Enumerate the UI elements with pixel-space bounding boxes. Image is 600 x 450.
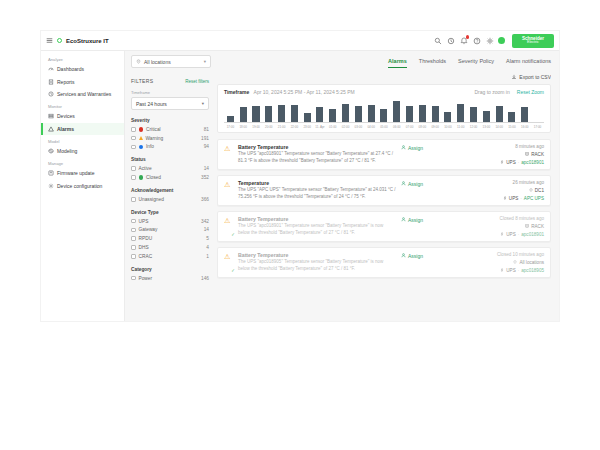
- filter-option-count: 146: [201, 276, 209, 281]
- alarm-card-closed[interactable]: ⚠✓ Battery Temperature The UPS "apc01890…: [217, 211, 551, 242]
- alarm-card-closed[interactable]: ⚠✓ Battery Temperature The UPS "apc01890…: [217, 247, 551, 278]
- alarm-location-label: RACK: [531, 152, 544, 157]
- histogram-bar[interactable]: [496, 106, 503, 122]
- tab-alarm-notifications[interactable]: Alarm notifications: [506, 58, 551, 68]
- alarm-location[interactable]: RACK: [525, 224, 544, 229]
- alarm-device-link[interactable]: apc018901: [521, 160, 544, 165]
- tab-severity-policy[interactable]: Severity Policy: [458, 58, 494, 68]
- histogram-bar[interactable]: [291, 105, 298, 122]
- location-selector[interactable]: All locations ▾: [131, 55, 211, 68]
- checkbox-crac[interactable]: [131, 254, 136, 259]
- rack-icon: [525, 224, 529, 228]
- checkbox-dhs[interactable]: [131, 245, 136, 250]
- alarm-device-link[interactable]: apc018901: [521, 232, 544, 237]
- filter-group-category: Category: [131, 267, 209, 272]
- alarm-card[interactable]: ⚠ Temperature The UPS "APC UPS" Temperat…: [217, 175, 551, 206]
- histogram-bar[interactable]: [483, 111, 490, 123]
- tab-thresholds[interactable]: Thresholds: [419, 58, 446, 68]
- timeframe-select[interactable]: Past 24 hours ▾: [131, 97, 209, 110]
- histogram-bar[interactable]: [342, 104, 349, 122]
- main-layout: Analyze Dashboards Reports Services and …: [41, 51, 559, 321]
- checkbox-gateway[interactable]: [131, 228, 136, 233]
- x-axis-label: 19:00: [250, 125, 263, 129]
- histogram-bar[interactable]: [457, 104, 464, 122]
- checkbox-rpdu[interactable]: [131, 236, 136, 241]
- reset-zoom-button[interactable]: Reset Zoom: [517, 89, 544, 95]
- sidebar-item-firmware-update[interactable]: Firmware update: [41, 167, 124, 179]
- notifications-bell-icon[interactable]: [459, 36, 468, 45]
- histogram-bar[interactable]: [329, 109, 336, 122]
- alarm-main: Battery Temperature The UPS "apc018901" …: [238, 144, 396, 165]
- histogram-bar[interactable]: [521, 107, 528, 122]
- timeframe-chart-card: Timeframe Apr 10, 2024 5:25 PM - Apr 11,…: [217, 84, 551, 133]
- filter-option-dhs: DHS 4: [131, 245, 209, 250]
- alarm-time: 8 minutes ago: [515, 144, 544, 149]
- checkbox-warning[interactable]: [131, 136, 136, 141]
- alarm-device-link[interactable]: APC UPS: [524, 196, 544, 201]
- checkbox-critical[interactable]: [131, 127, 136, 132]
- histogram-bar[interactable]: [304, 113, 311, 122]
- histogram-bar[interactable]: [355, 106, 362, 122]
- tab-alarms[interactable]: Alarms: [388, 58, 407, 68]
- checkbox-info[interactable]: [131, 145, 136, 150]
- settings-gear-icon[interactable]: [485, 36, 494, 45]
- reset-filters-link[interactable]: Reset filters: [185, 79, 209, 84]
- histogram-bar[interactable]: [393, 101, 400, 122]
- alarm-location[interactable]: RACK: [525, 152, 544, 157]
- sidebar-item-device-configuration[interactable]: Device configuration: [41, 180, 124, 192]
- sidebar-item-reports[interactable]: Reports: [41, 75, 124, 87]
- alarm-histogram-bars[interactable]: [224, 99, 544, 123]
- histogram-bar[interactable]: [240, 107, 247, 122]
- sidebar-item-devices[interactable]: Devices: [41, 110, 124, 122]
- info-severity-icon: [139, 145, 144, 150]
- sidebar-item-label: Modeling: [57, 148, 77, 154]
- checkbox-closed[interactable]: [131, 175, 136, 180]
- histogram-bar[interactable]: [508, 112, 515, 122]
- assign-button[interactable]: Assign: [401, 180, 451, 187]
- assign-button[interactable]: Assign: [401, 252, 451, 259]
- histogram-bar[interactable]: [432, 106, 439, 122]
- histogram-bar[interactable]: [316, 107, 323, 122]
- warning-triangle-icon: ⚠: [224, 180, 233, 201]
- histogram-bar[interactable]: [470, 107, 477, 122]
- alarm-device[interactable]: UPS · apc018901: [500, 232, 544, 237]
- sidebar-item-modeling[interactable]: Modeling: [41, 145, 124, 157]
- alarm-device-link[interactable]: apc018905: [521, 268, 544, 273]
- hamburger-menu-icon[interactable]: [46, 37, 53, 44]
- histogram-bar[interactable]: [444, 112, 451, 122]
- histogram-bar[interactable]: [406, 106, 413, 122]
- alarm-location[interactable]: All locations: [513, 260, 544, 265]
- sidebar-item-services-and-warranties[interactable]: Services and Warranties: [41, 88, 124, 100]
- timeframe-label: Timeframe: [131, 90, 209, 95]
- alarm-device[interactable]: UPS · apc018901: [500, 160, 544, 165]
- filter-option-count: 5: [206, 236, 209, 241]
- sidebar-item-dashboards[interactable]: Dashboards: [41, 63, 124, 75]
- checkbox-power[interactable]: [131, 276, 136, 281]
- sidebar-item-alarms[interactable]: Alarms: [41, 123, 124, 135]
- assign-button[interactable]: Assign: [401, 216, 451, 223]
- histogram-bar[interactable]: [380, 109, 387, 122]
- histogram-bar[interactable]: [252, 106, 259, 122]
- alarm-device[interactable]: UPS · APC UPS: [503, 196, 544, 201]
- alarm-device-type: UPS: [506, 232, 515, 237]
- histogram-bar[interactable]: [368, 105, 375, 122]
- history-icon[interactable]: [446, 36, 455, 45]
- alarm-device[interactable]: UPS · apc018905: [500, 268, 544, 273]
- histogram-bar[interactable]: [227, 116, 234, 122]
- checkbox-unassigned[interactable]: [131, 197, 136, 202]
- histogram-bar[interactable]: [278, 105, 285, 122]
- histogram-bar[interactable]: [265, 106, 272, 122]
- assign-button[interactable]: Assign: [401, 144, 451, 151]
- search-icon[interactable]: [433, 36, 442, 45]
- checkbox-ups[interactable]: [131, 219, 136, 224]
- histogram-bar[interactable]: [419, 105, 426, 122]
- help-icon[interactable]: [472, 36, 481, 45]
- export-to-csv-label: Export to CSV: [519, 74, 551, 80]
- user-avatar[interactable]: [498, 37, 505, 44]
- checkbox-active[interactable]: [131, 166, 136, 171]
- filter-option-active: Active 14: [131, 166, 209, 171]
- export-to-csv-button[interactable]: Export to CSV: [511, 74, 551, 80]
- assign-label: Assign: [408, 181, 423, 187]
- alarm-location[interactable]: DC1: [529, 188, 544, 193]
- alarm-card[interactable]: ⚠ Battery Temperature The UPS "apc018901…: [217, 139, 551, 170]
